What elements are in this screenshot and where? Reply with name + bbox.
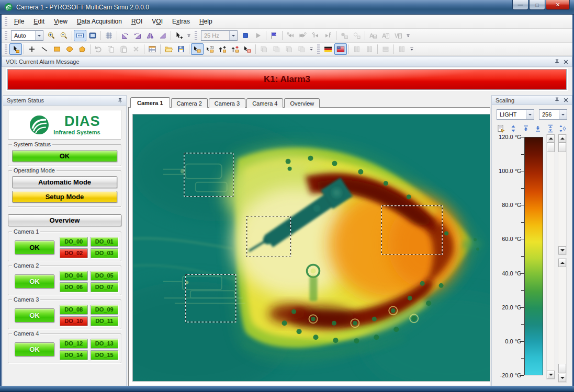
event-flag-icon[interactable]: [268, 30, 280, 41]
camera-2-ok-indicator[interactable]: OK: [15, 274, 54, 289]
zoom-out-icon[interactable]: [58, 30, 70, 41]
toolbar-grip[interactable]: [317, 44, 320, 54]
export-video-icon[interactable]: V: [392, 30, 404, 41]
draw-polygon-icon[interactable]: [76, 43, 88, 55]
minimize-button[interactable]: —: [512, 0, 528, 10]
close-button[interactable]: ✕: [546, 0, 570, 10]
scale-expand-icon[interactable]: [545, 123, 556, 134]
pixel-grid-icon[interactable]: [103, 30, 115, 41]
assign-roi-icon[interactable]: [191, 43, 204, 55]
menu-data-acquisition[interactable]: Data Acquisition: [72, 16, 127, 27]
pin-icon[interactable]: [116, 97, 124, 105]
tab-camera-2[interactable]: Camera 2: [171, 98, 208, 108]
menu-extras[interactable]: Extras: [167, 16, 195, 27]
toolbar-overflow-button[interactable]: [404, 30, 412, 41]
select-object-icon[interactable]: [9, 43, 22, 55]
scrollbar-thumb[interactable]: [547, 143, 555, 152]
digital-output-DO_05[interactable]: DO_05: [91, 271, 119, 281]
digital-output-DO_08[interactable]: DO_08: [60, 305, 88, 315]
digital-output-DO_00[interactable]: DO_00: [60, 237, 88, 247]
scaling-properties-icon[interactable]: [496, 123, 507, 134]
camera-3-ok-indicator[interactable]: OK: [15, 308, 54, 322]
copy-icon[interactable]: [105, 43, 117, 55]
lower-limit-scrollbar[interactable]: [558, 258, 567, 383]
flip-horizontal-icon[interactable]: [144, 30, 156, 41]
arrange-back-icon[interactable]: [295, 43, 308, 55]
play-icon[interactable]: [252, 30, 264, 41]
remove-roi-icon[interactable]: [241, 43, 254, 55]
arrange-forward-icon[interactable]: [270, 43, 283, 55]
paste-icon[interactable]: [117, 43, 130, 55]
draw-ellipse-icon[interactable]: [63, 43, 76, 55]
scale-shift-icon[interactable]: [508, 123, 519, 134]
scale-auto-icon[interactable]: [557, 123, 568, 134]
digital-output-DO_07[interactable]: DO_07: [91, 282, 119, 292]
tab-overview[interactable]: Overview: [284, 98, 320, 108]
flip-vertical-icon[interactable]: [156, 30, 169, 41]
scrollbar-thumb[interactable]: [558, 143, 566, 152]
pin-icon[interactable]: [553, 96, 561, 104]
roi-list-icon[interactable]: [146, 43, 159, 55]
framerate-combo-arrow[interactable]: [229, 31, 237, 40]
scroll-down-arrow[interactable]: [558, 246, 566, 255]
menu-help[interactable]: Help: [195, 16, 217, 27]
digital-output-DO_06[interactable]: DO_06: [60, 282, 88, 292]
draw-line-icon[interactable]: [38, 43, 51, 55]
close-icon[interactable]: [562, 58, 570, 66]
toolbar-grip[interactable]: [5, 31, 7, 40]
scale-lower-icon[interactable]: [532, 123, 544, 134]
palette-combo-arrow[interactable]: [526, 110, 534, 119]
digital-output-DO_11[interactable]: DO_11: [91, 316, 119, 326]
scroll-up-arrow[interactable]: [558, 259, 566, 267]
camera-1-ok-indicator[interactable]: OK: [15, 240, 54, 255]
thermal-image[interactable]: [132, 114, 490, 382]
scroll-up-arrow[interactable]: [547, 134, 555, 143]
stop-icon[interactable]: [239, 30, 252, 41]
step-back-icon[interactable]: [309, 30, 322, 41]
title-bar[interactable]: Camera 1 - PYROSOFT MultiCam Simu 2.0.0.…: [0, 0, 574, 15]
seek-end-icon[interactable]: [297, 30, 309, 41]
save-snapshot-icon[interactable]: A: [367, 30, 379, 41]
digital-output-DO_14[interactable]: DO_14: [60, 350, 88, 360]
menu-view[interactable]: View: [49, 16, 72, 27]
levels-combo-arrow[interactable]: [559, 110, 567, 119]
toolbar-grip[interactable]: [195, 31, 197, 40]
scroll-up-arrow[interactable]: [558, 134, 566, 143]
toolbar-overflow-button[interactable]: [408, 43, 415, 55]
pin-icon[interactable]: [553, 58, 561, 66]
full-screen-icon[interactable]: [86, 30, 99, 41]
digital-output-DO_02[interactable]: DO_02: [60, 248, 88, 258]
arrange-backward-icon[interactable]: [283, 43, 295, 55]
undo-icon[interactable]: [92, 43, 105, 55]
zoom-mode-combo[interactable]: Auto: [11, 30, 43, 41]
menu-edit[interactable]: Edit: [29, 16, 49, 27]
add-roi-icon[interactable]: [216, 43, 229, 55]
tab-camera-4[interactable]: Camera 4: [246, 98, 283, 108]
system-ok-indicator[interactable]: OK: [12, 150, 117, 162]
record-icon[interactable]: [338, 30, 351, 41]
delete-icon[interactable]: [130, 43, 142, 55]
language-german-icon[interactable]: [322, 43, 334, 55]
arrange-front-icon[interactable]: [257, 43, 270, 55]
scroll-down-arrow[interactable]: [547, 371, 555, 379]
layout-split-horizontal-icon[interactable]: [379, 43, 392, 55]
digital-output-DO_15[interactable]: DO_15: [91, 350, 119, 360]
scrollbar-thumb[interactable]: [558, 364, 566, 373]
scroll-down-arrow[interactable]: [558, 374, 566, 382]
maximize-button[interactable]: □: [529, 0, 545, 10]
export-snapshot-icon[interactable]: A: [379, 30, 392, 41]
layout-split-vertical-icon[interactable]: [363, 43, 376, 55]
overview-button[interactable]: Overview: [8, 214, 121, 226]
levels-combo[interactable]: 256: [539, 109, 567, 120]
save-roi-file-icon[interactable]: [175, 43, 187, 55]
digital-output-DO_04[interactable]: DO_04: [60, 271, 88, 281]
camera-4-ok-indicator[interactable]: OK: [15, 342, 54, 356]
menu-voi[interactable]: VOI: [147, 16, 167, 27]
zoom-in-icon[interactable]: [45, 30, 58, 41]
assign-roi-all-icon[interactable]: A: [204, 43, 216, 55]
digital-output-DO_12[interactable]: DO_12: [60, 339, 88, 349]
palette-combo[interactable]: LIGHT: [497, 109, 534, 120]
automatic-mode-button[interactable]: Automatic Mode: [12, 176, 117, 188]
digital-output-DO_09[interactable]: DO_09: [91, 305, 119, 315]
close-icon[interactable]: [562, 96, 570, 104]
